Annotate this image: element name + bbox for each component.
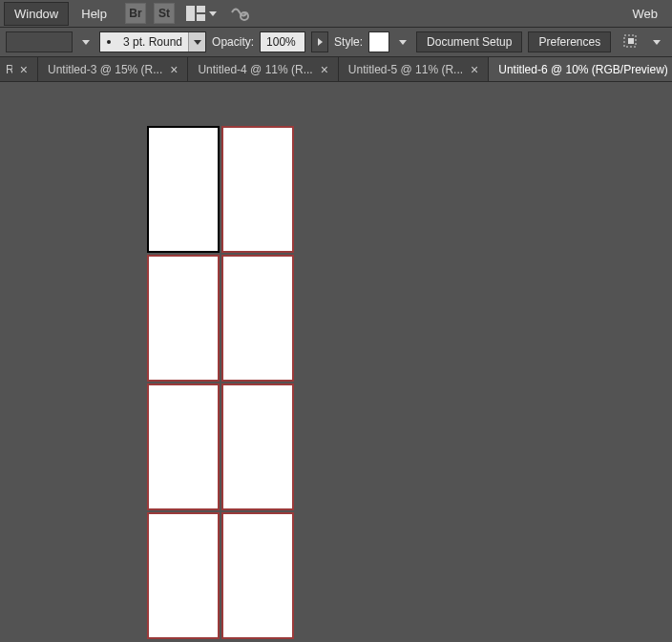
artboard[interactable] <box>223 514 292 637</box>
arrange-documents-button[interactable] <box>186 6 217 21</box>
align-dropdown-icon[interactable] <box>653 40 661 45</box>
opacity-label: Opacity: <box>212 35 254 49</box>
document-tab[interactable]: Untitled-3 @ 15% (R... × <box>38 57 188 81</box>
menu-bar: Window Help Br St Web <box>0 0 672 27</box>
stroke-profile-dropdown[interactable] <box>188 32 205 52</box>
close-icon[interactable]: × <box>20 63 28 76</box>
artboard[interactable] <box>149 257 218 380</box>
artboard[interactable] <box>149 385 218 508</box>
svg-rect-6 <box>628 38 634 44</box>
tab-label: R... <box>6 63 12 76</box>
style-label: Style: <box>334 35 363 49</box>
fill-dropdown-icon[interactable] <box>82 40 90 45</box>
opacity-stepper[interactable] <box>311 31 328 52</box>
tab-label: Untitled-3 @ 15% (R... <box>48 63 162 76</box>
menu-help[interactable]: Help <box>71 2 117 26</box>
bridge-icon[interactable]: Br <box>125 3 146 24</box>
arrange-documents-icon <box>186 6 205 21</box>
stroke-cap-icon <box>100 40 117 44</box>
options-bar: 3 pt. Round Opacity: 100% Style: Documen… <box>0 27 672 57</box>
artboard[interactable] <box>149 514 218 637</box>
preferences-button[interactable]: Preferences <box>528 31 611 52</box>
svg-rect-1 <box>197 6 205 12</box>
tab-label: Untitled-4 @ 11% (R... <box>198 63 312 76</box>
gpu-preview-icon[interactable] <box>230 4 249 24</box>
artboard[interactable] <box>223 257 292 380</box>
chevron-down-icon <box>194 40 201 45</box>
align-to-button[interactable] <box>622 32 643 52</box>
artboard-grid <box>149 128 292 637</box>
stroke-profile-select[interactable]: 3 pt. Round <box>99 31 206 52</box>
document-tab-bar: R... × Untitled-3 @ 15% (R... × Untitled… <box>0 57 672 82</box>
fill-swatch[interactable] <box>6 31 73 52</box>
close-icon[interactable]: × <box>170 63 178 76</box>
opacity-field[interactable]: 100% <box>260 31 305 52</box>
tab-label: Untitled-5 @ 11% (R... <box>348 63 463 76</box>
artboard[interactable] <box>149 128 218 251</box>
document-tab[interactable]: Untitled-5 @ 11% (R... × <box>339 57 489 81</box>
artboard[interactable] <box>223 385 292 508</box>
stroke-profile-label: 3 pt. Round <box>117 35 188 49</box>
svg-rect-0 <box>186 6 195 21</box>
document-tab[interactable]: R... × <box>0 57 38 81</box>
menu-window[interactable]: Window <box>4 2 69 26</box>
style-swatch[interactable] <box>368 31 389 52</box>
close-icon[interactable]: × <box>471 63 478 76</box>
document-setup-button[interactable]: Document Setup <box>416 31 522 52</box>
style-dropdown-icon[interactable] <box>399 40 407 45</box>
tab-label: Untitled-6 @ 10% (RGB/Preview) <box>498 63 668 76</box>
chevron-right-icon <box>318 38 323 46</box>
document-tab[interactable]: Untitled-6 @ 10% (RGB/Preview) × <box>489 57 672 81</box>
svg-rect-2 <box>197 14 205 21</box>
stock-icon[interactable]: St <box>154 3 175 24</box>
canvas-area[interactable] <box>0 82 672 642</box>
menu-web[interactable]: Web <box>622 2 669 26</box>
artboard[interactable] <box>223 128 292 251</box>
document-tab[interactable]: Untitled-4 @ 11% (R... × <box>188 57 338 81</box>
chevron-down-icon <box>209 11 217 16</box>
close-icon[interactable]: × <box>321 63 328 76</box>
